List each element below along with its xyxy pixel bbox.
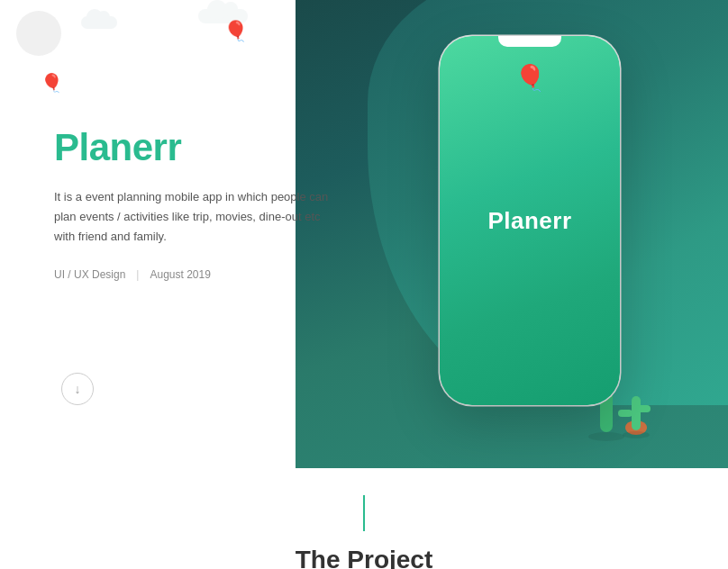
app-category: UI / UX Design bbox=[54, 268, 125, 281]
phone-frame: 🎈 Planerr bbox=[440, 36, 620, 405]
svg-point-8 bbox=[623, 431, 650, 438]
phone-app-title: Planerr bbox=[487, 207, 571, 235]
logo-circle bbox=[16, 11, 61, 56]
phone-screen: 🎈 Planerr bbox=[440, 36, 620, 405]
phone-notch bbox=[498, 36, 561, 47]
balloon-top-left: 🎈 bbox=[41, 72, 63, 94]
phone-balloon-icon: 🎈 bbox=[514, 63, 546, 93]
meta-divider: | bbox=[136, 268, 139, 281]
left-content: Planerr It is a event planning mobile ap… bbox=[54, 126, 342, 281]
svg-point-7 bbox=[588, 432, 624, 441]
bottom-section: The Project Planer is a event planning m… bbox=[0, 468, 728, 569]
hero-section: 🎈 🎈 🎈 Planerr It is a event planning mob… bbox=[0, 0, 728, 468]
scroll-down-button[interactable] bbox=[61, 373, 94, 405]
svg-rect-4 bbox=[632, 396, 641, 430]
balloon-center-top: 🎈 bbox=[223, 20, 248, 43]
section-divider bbox=[363, 495, 365, 531]
svg-rect-6 bbox=[618, 410, 632, 417]
app-title: Planerr bbox=[54, 126, 342, 169]
app-description: It is a event planning mobile app in whi… bbox=[54, 187, 342, 247]
svg-rect-5 bbox=[636, 405, 651, 412]
phone-mockup: 🎈 Planerr bbox=[440, 36, 620, 405]
cloud-decoration-1 bbox=[81, 16, 117, 29]
section-title: The Project bbox=[296, 546, 432, 569]
app-date: August 2019 bbox=[150, 268, 210, 281]
app-meta: UI / UX Design | August 2019 bbox=[54, 268, 342, 281]
